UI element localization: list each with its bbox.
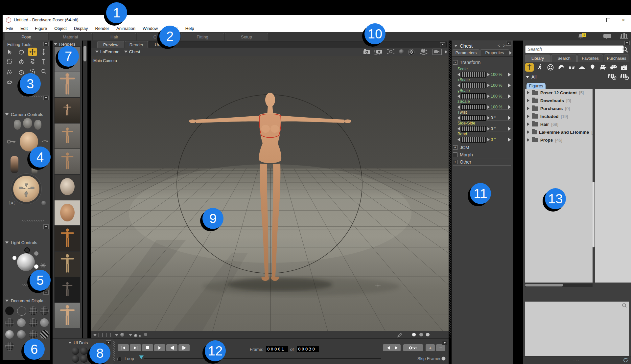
folder-included[interactable]: Included[19] xyxy=(525,112,593,120)
dial-value[interactable]: 100 % xyxy=(491,72,505,77)
category-expressions-icon[interactable] xyxy=(546,63,555,72)
color-tool[interactable] xyxy=(5,77,14,86)
library-tab-purchases[interactable]: Purchases xyxy=(604,55,629,62)
menu-animation[interactable]: Animation xyxy=(113,26,139,31)
dial-value[interactable]: 100 % xyxy=(491,105,505,109)
dial-decrement[interactable] xyxy=(457,73,460,76)
document-tab-menu-icon[interactable] xyxy=(440,42,445,47)
first-frame-button[interactable] xyxy=(118,344,129,351)
skip-frames-toggle[interactable] xyxy=(441,356,446,361)
last-frame-button[interactable] xyxy=(130,344,141,351)
style-silhouette[interactable] xyxy=(5,307,14,315)
room-tab-hair[interactable]: Hair xyxy=(93,33,136,40)
display-quick-gray-icon[interactable] xyxy=(419,333,423,336)
dial-flyout[interactable] xyxy=(508,116,511,120)
dial-value[interactable]: 100 % xyxy=(491,94,505,99)
dial-flyout[interactable] xyxy=(508,94,511,98)
render-compare-icon[interactable] xyxy=(387,49,394,55)
select-tool[interactable] xyxy=(5,48,14,56)
actor-menu-figure[interactable]: LaFemme xyxy=(95,49,120,54)
search-icon[interactable] xyxy=(622,46,628,53)
chain-break-tool[interactable] xyxy=(28,57,37,66)
menu-object[interactable]: Object xyxy=(51,26,70,31)
total-frames-field[interactable]: 00030 xyxy=(297,346,319,352)
panel-divider[interactable] xyxy=(21,96,44,97)
render-thumbnail[interactable] xyxy=(55,200,80,225)
create-light-icon[interactable] xyxy=(40,262,46,268)
viewport-3d-scene[interactable]: Main Camera xyxy=(91,56,449,331)
prev-actor-arrow[interactable]: < xyxy=(498,43,500,48)
move-hands-right-icon[interactable] xyxy=(34,120,41,130)
light-indicator-bottom-icon[interactable] xyxy=(34,264,38,269)
category-scenes-icon[interactable] xyxy=(620,63,628,72)
actor-menu-bodypart[interactable]: Chest xyxy=(124,49,140,54)
camera-dolly-icon[interactable] xyxy=(419,49,429,55)
dolly-dot-icon[interactable] xyxy=(41,201,46,205)
dial-slider[interactable] xyxy=(461,93,486,99)
next-key-button[interactable] xyxy=(392,344,401,351)
menu-render[interactable]: Render xyxy=(91,26,113,31)
rotate-camera-icon[interactable] xyxy=(41,139,49,144)
dial-decrement[interactable] xyxy=(457,95,460,98)
hand-camera-plane-icon[interactable] xyxy=(11,156,18,173)
delete-keyframe-button[interactable]: − xyxy=(436,344,445,351)
dial-slider[interactable] xyxy=(461,82,486,88)
viewport-tab-preview[interactable]: Preview xyxy=(97,41,124,48)
step-back-button[interactable] xyxy=(166,344,177,351)
view-magnifier-tool[interactable] xyxy=(39,67,48,76)
dial-decrement[interactable] xyxy=(457,138,460,141)
dial-increment[interactable] xyxy=(487,116,490,120)
library-stats-icon[interactable] xyxy=(620,33,628,39)
animation-menu-icon[interactable] xyxy=(442,341,447,345)
style-texture-shaded[interactable] xyxy=(40,330,49,339)
category-figures-icon[interactable] xyxy=(525,63,534,72)
style-wireframe[interactable] xyxy=(29,307,37,315)
camera-controls-header[interactable]: Camera Controls xyxy=(5,112,43,117)
ui-dots-header[interactable]: UI Dots xyxy=(68,340,88,345)
dial-slider[interactable] xyxy=(461,72,486,78)
render-thumbnail[interactable] xyxy=(55,226,80,251)
dial-slider[interactable] xyxy=(461,126,486,132)
style-flat-lined[interactable] xyxy=(29,318,37,327)
camera-head-icon[interactable] xyxy=(23,118,32,128)
renders-header[interactable]: Renders xyxy=(54,42,75,47)
library-tab-search[interactable]: Search xyxy=(551,55,577,62)
editing-tools-menu-icon[interactable] xyxy=(43,42,49,46)
dial-increment[interactable] xyxy=(487,105,490,109)
style-smooth-shaded[interactable] xyxy=(5,330,14,339)
ui-dots-menu-icon[interactable] xyxy=(106,340,111,345)
library-hscrollbar[interactable] xyxy=(525,284,593,287)
folder-props[interactable]: Props[46] xyxy=(525,136,593,144)
light-controls-header[interactable]: Light Controls xyxy=(5,240,37,245)
render-thumbnail[interactable] xyxy=(55,98,80,123)
more-arrow-icon[interactable] xyxy=(445,50,447,54)
light-indicator-top-icon[interactable] xyxy=(24,247,30,253)
chat-bubble-icon[interactable] xyxy=(603,34,611,39)
material-ball-icon[interactable] xyxy=(399,49,404,54)
render-thumbnail[interactable] xyxy=(55,175,80,200)
render-thumbnail[interactable] xyxy=(55,124,80,148)
dial-flyout[interactable] xyxy=(508,73,511,77)
minimize-button[interactable] xyxy=(586,15,601,25)
category-hands-icon[interactable] xyxy=(567,63,576,72)
menu-figure[interactable]: Figure xyxy=(31,26,51,31)
dial-decrement[interactable] xyxy=(457,116,460,120)
menu-help[interactable]: Help xyxy=(182,26,198,31)
room-tab-fitting[interactable]: Fitting xyxy=(181,33,224,40)
bracket-select-icon[interactable]: 〔●〕 xyxy=(7,200,18,206)
menu-edit[interactable]: Edit xyxy=(17,26,31,31)
dial-slider[interactable] xyxy=(461,137,486,143)
loop-toggle[interactable] xyxy=(117,357,122,361)
panel-drag-handle[interactable] xyxy=(113,341,115,362)
add-library-icon[interactable] xyxy=(608,73,617,80)
viewport-params-divider[interactable] xyxy=(449,40,451,338)
group-morph[interactable]: -Morph xyxy=(453,151,511,158)
edit-pencil-icon[interactable] xyxy=(397,332,402,338)
dial-decrement[interactable] xyxy=(457,105,460,109)
light-indicator-right-icon[interactable] xyxy=(34,251,38,256)
hair-growth-tool[interactable] xyxy=(5,67,14,76)
style-ball-cluster-icon[interactable] xyxy=(134,333,141,339)
dial-value[interactable]: 0 ° xyxy=(491,126,505,131)
category-materials-icon[interactable] xyxy=(609,63,618,72)
key-camera-icon[interactable] xyxy=(7,139,16,144)
